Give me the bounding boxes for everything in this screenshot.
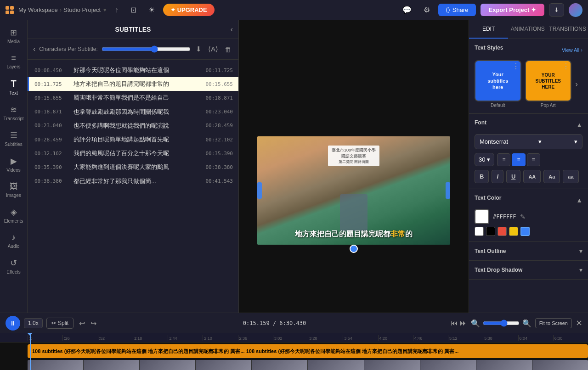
sidebar-item-effects[interactable]: ↺ Effects xyxy=(2,254,26,278)
play-pause-button[interactable]: ⏸ xyxy=(6,316,20,331)
ruler-mark: 3:54 xyxy=(343,335,378,341)
sidebar-item-text[interactable]: T Text xyxy=(2,75,26,99)
subtitle-end: 00:15.655 xyxy=(198,80,233,88)
breadcrumb-dropdown-icon[interactable]: ▾ xyxy=(103,6,107,13)
sidebar-item-layers[interactable]: ≡ Layers xyxy=(2,50,26,73)
download-button[interactable]: ⬇ xyxy=(549,3,564,17)
undo-button[interactable]: ↩ xyxy=(77,317,87,330)
chat-button[interactable]: 💬 xyxy=(399,4,415,16)
sidebar-item-media[interactable]: ⊞ Media xyxy=(2,24,26,48)
sidebar-item-audio[interactable]: ♪ Audio xyxy=(2,229,26,252)
palette-color-red[interactable] xyxy=(498,227,507,236)
tab-animations[interactable]: ANIMATIONS xyxy=(508,20,547,39)
bold-button[interactable]: B xyxy=(475,170,489,183)
subtitle-row[interactable]: 00:35.390 大家能夠進到這個決賽呢大家的颱風 00:38.380 xyxy=(28,160,238,174)
upgrade-button[interactable]: ✦ UPGRADE xyxy=(163,4,215,16)
popart-style-menu-button[interactable]: ⋮ xyxy=(562,62,570,71)
text-drop-shadow-header[interactable]: Text Drop Shadow ▾ xyxy=(475,266,582,274)
capitalize-button[interactable]: Aa xyxy=(543,170,560,183)
export-button[interactable]: Export Project ✦ xyxy=(481,4,544,16)
share-button[interactable]: ⟨⟩ Share xyxy=(438,4,476,16)
subtitles-close-button[interactable]: ‹ xyxy=(231,25,233,34)
zoom-in-button[interactable]: 🔍 xyxy=(522,319,531,328)
sidebar-item-elements[interactable]: ◈ Elements xyxy=(2,203,26,227)
sidebar-item-videos[interactable]: ▶ Videos xyxy=(2,152,26,176)
align-left-button[interactable]: ≡ xyxy=(497,153,510,166)
sidebar-label-layers: Layers xyxy=(6,64,20,69)
video-left-handle[interactable] xyxy=(257,182,262,199)
playhead[interactable] xyxy=(30,333,31,370)
logo-icon xyxy=(6,6,14,14)
video-timeline-track[interactable] xyxy=(28,360,588,370)
subtitle-timeline-track[interactable]: 108 subtitles (好那今天呢呢各位同學能夠站在這個 地方來把自己的題… xyxy=(28,344,588,358)
translate-button[interactable]: ⟨A⟩ xyxy=(207,44,220,55)
uppercase-button[interactable]: AA xyxy=(523,170,541,183)
share-upload-button[interactable]: ↑ xyxy=(111,4,122,16)
font-family-select[interactable]: Montserrat ▾ xyxy=(475,134,582,149)
color-swatch[interactable] xyxy=(475,209,489,224)
font-section-header[interactable]: Font ▲ xyxy=(475,119,582,130)
text-outline-header[interactable]: Text Outline ▾ xyxy=(475,247,582,255)
sidebar-item-images[interactable]: 🖼 Images xyxy=(2,178,26,202)
subtitle-end-time: 00:18.871 xyxy=(205,95,233,101)
style-card-default[interactable]: Yoursubtitleshere ⋮ Default xyxy=(475,60,521,108)
fullscreen-button[interactable]: ⊡ xyxy=(127,4,140,16)
tab-transitions[interactable]: TRANSITIONS xyxy=(547,20,588,39)
subtitle-row[interactable]: 00:08.450 好那今天呢呢各位同學能夠站在這個 00:11.725 xyxy=(28,63,238,77)
subtitle-row[interactable]: 00:38.380 都已經非常好了那我只做個簡... 00:41.543 xyxy=(28,174,238,188)
align-right-button[interactable]: ≡ xyxy=(527,153,540,166)
default-style-menu-button[interactable]: ⋮ xyxy=(512,62,520,71)
subtitle-start-time: 00:38.380 xyxy=(34,178,69,184)
subtitle-row[interactable]: 00:23.040 也不便多講啊我想就從我們的呢演說 00:28.459 xyxy=(28,119,238,133)
speed-select[interactable]: 1.0x 0.5x 1.5x 2.0x xyxy=(24,318,43,328)
redo-button[interactable]: ↪ xyxy=(89,317,98,330)
delete-button[interactable]: 🗑 xyxy=(223,44,233,55)
tab-edit[interactable]: EDIT xyxy=(469,20,508,39)
subtitle-start-time: 00:15.655 xyxy=(34,95,69,101)
playback-dot[interactable] xyxy=(350,245,358,253)
palette-color-blue[interactable] xyxy=(520,227,530,236)
subtitle-row[interactable]: 00:32.102 我們的颱風呢佔了百分之十那今天呢 00:35.390 xyxy=(28,146,238,160)
back-button[interactable]: ‹ xyxy=(33,45,35,53)
download-subtitles-button[interactable]: ⬇ xyxy=(194,44,203,55)
sidebar-item-transcript[interactable]: ≋ Transcript xyxy=(2,101,26,125)
view-all-button[interactable]: View All › xyxy=(562,47,582,53)
loop-back-button[interactable]: ⏮ xyxy=(451,319,458,327)
video-container: 臺北市108年度國民小學國語文藝競賽第二獎院 南路街圖 地方來把自己的題目講完呢… xyxy=(257,136,450,254)
palette-color-black[interactable] xyxy=(486,227,495,236)
align-center-button[interactable]: ≡ xyxy=(512,153,525,166)
avatar[interactable] xyxy=(569,3,582,17)
split-button[interactable]: ✂ Split xyxy=(46,318,74,329)
scissors-icon: ✂ xyxy=(51,320,56,326)
palette-color-yellow[interactable] xyxy=(509,227,518,236)
subtitle-row[interactable]: 00:11.725 地方來把自己的題目講完呢都非常的 00:15.655 xyxy=(28,77,238,91)
loop-forward-button[interactable]: ⏭ xyxy=(460,319,467,327)
brightness-button[interactable]: ☀ xyxy=(145,4,158,16)
video-right-handle[interactable] xyxy=(446,182,450,199)
font-size-value: 30 xyxy=(479,156,485,163)
chars-slider[interactable] xyxy=(102,45,191,53)
effects-icon: ↺ xyxy=(10,258,17,268)
close-timeline-button[interactable]: ✕ xyxy=(576,318,582,328)
text-color-header[interactable]: Text Color ▲ xyxy=(475,195,582,206)
underline-button[interactable]: U xyxy=(506,170,520,183)
sidebar-label-effects: Effects xyxy=(6,269,20,275)
subtitle-row[interactable]: 00:28.459 的評分項目呢簡單地講起點啊首先呢 00:32.102 xyxy=(28,133,238,146)
style-card-popart[interactable]: YOURSUBTITLESHERE ⋮ Pop Art xyxy=(525,60,572,108)
lowercase-button[interactable]: aa xyxy=(563,170,578,183)
subtitle-start-time: 00:35.390 xyxy=(34,164,69,170)
sidebar-item-subtitles[interactable]: ☰ Subtitles xyxy=(2,127,26,151)
styles-scroll-arrow[interactable]: › xyxy=(575,60,582,108)
subtitle-row[interactable]: 00:18.871 也掌聲鼓勵鼓勵那因為時間關係呢我 00:23.040 xyxy=(28,105,238,119)
settings-button[interactable]: ⚙ xyxy=(420,4,434,16)
sidebar-label-transcript: Transcript xyxy=(3,116,23,121)
zoom-slider[interactable] xyxy=(483,320,520,327)
italic-button[interactable]: I xyxy=(492,170,503,183)
fit-to-screen-button[interactable]: Fit to Screen xyxy=(535,318,572,328)
font-size-select[interactable]: 30 ▾ xyxy=(475,153,494,166)
subtitle-row[interactable]: 00:15.655 厲害哦非常不簡單我們是不是給自己 00:18.871 xyxy=(28,91,238,105)
subtitle-display: 地方來把自己的題目講完呢都非常的 xyxy=(295,230,413,238)
zoom-out-button[interactable]: 🔍 xyxy=(471,319,480,328)
color-edit-button[interactable]: ✎ xyxy=(520,213,526,220)
palette-color-white[interactable] xyxy=(475,227,484,236)
